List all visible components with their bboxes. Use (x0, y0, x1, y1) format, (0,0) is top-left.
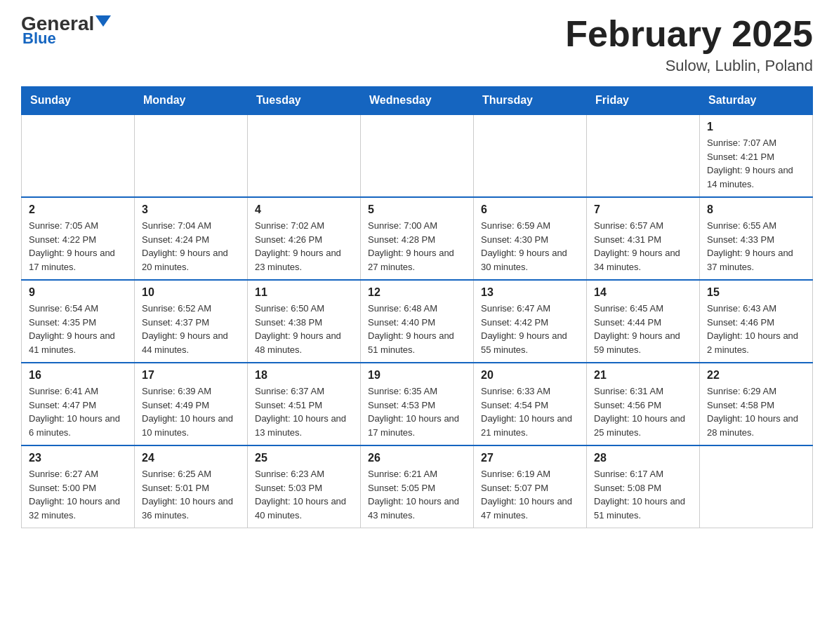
day-number: 12 (368, 286, 466, 299)
day-number: 2 (29, 203, 127, 216)
table-row: 8Sunrise: 6:55 AMSunset: 4:33 PMDaylight… (700, 197, 813, 280)
day-info: Sunrise: 7:05 AMSunset: 4:22 PMDaylight:… (29, 219, 127, 274)
month-title: February 2025 (565, 14, 813, 54)
table-row: 4Sunrise: 7:02 AMSunset: 4:26 PMDaylight… (248, 197, 361, 280)
day-number: 3 (142, 203, 240, 216)
day-info: Sunrise: 7:00 AMSunset: 4:28 PMDaylight:… (368, 219, 466, 274)
day-info: Sunrise: 6:48 AMSunset: 4:40 PMDaylight:… (368, 302, 466, 356)
table-row: 5Sunrise: 7:00 AMSunset: 4:28 PMDaylight… (361, 197, 474, 280)
table-row: 24Sunrise: 6:25 AMSunset: 5:01 PMDayligh… (135, 445, 248, 528)
svg-marker-0 (95, 15, 111, 27)
col-tuesday: Tuesday (248, 87, 361, 115)
day-number: 21 (594, 369, 692, 382)
day-number: 23 (29, 452, 127, 464)
col-friday: Friday (587, 87, 700, 115)
table-row: 15Sunrise: 6:43 AMSunset: 4:46 PMDayligh… (700, 280, 813, 363)
table-row (474, 114, 587, 197)
day-info: Sunrise: 6:17 AMSunset: 5:08 PMDaylight:… (594, 467, 692, 522)
day-number: 24 (142, 452, 240, 464)
title-section: February 2025 Sulow, Lublin, Poland (565, 14, 813, 75)
table-row: 11Sunrise: 6:50 AMSunset: 4:38 PMDayligh… (248, 280, 361, 363)
table-row: 3Sunrise: 7:04 AMSunset: 4:24 PMDaylight… (135, 197, 248, 280)
day-number: 26 (368, 452, 466, 464)
calendar-table: Sunday Monday Tuesday Wednesday Thursday… (21, 86, 813, 528)
table-row (361, 114, 474, 197)
day-number: 7 (594, 203, 692, 216)
col-monday: Monday (135, 87, 248, 115)
table-row: 25Sunrise: 6:23 AMSunset: 5:03 PMDayligh… (248, 445, 361, 528)
table-row: 6Sunrise: 6:59 AMSunset: 4:30 PMDaylight… (474, 197, 587, 280)
day-number: 13 (481, 286, 579, 299)
table-row: 28Sunrise: 6:17 AMSunset: 5:08 PMDayligh… (587, 445, 700, 528)
table-row: 19Sunrise: 6:35 AMSunset: 4:53 PMDayligh… (361, 363, 474, 445)
day-number: 20 (481, 369, 579, 382)
day-number: 1 (707, 121, 805, 133)
table-row: 18Sunrise: 6:37 AMSunset: 4:51 PMDayligh… (248, 363, 361, 445)
table-row: 14Sunrise: 6:45 AMSunset: 4:44 PMDayligh… (587, 280, 700, 363)
logo: General Blue (21, 14, 111, 48)
table-row: 12Sunrise: 6:48 AMSunset: 4:40 PMDayligh… (361, 280, 474, 363)
day-info: Sunrise: 6:43 AMSunset: 4:46 PMDaylight:… (707, 302, 805, 356)
calendar-week-row: 2Sunrise: 7:05 AMSunset: 4:22 PMDaylight… (22, 197, 813, 280)
col-thursday: Thursday (474, 87, 587, 115)
calendar-week-row: 9Sunrise: 6:54 AMSunset: 4:35 PMDaylight… (22, 280, 813, 363)
page-header: General Blue February 2025 Sulow, Lublin… (21, 14, 813, 75)
calendar-week-row: 16Sunrise: 6:41 AMSunset: 4:47 PMDayligh… (22, 363, 813, 445)
table-row: 27Sunrise: 6:19 AMSunset: 5:07 PMDayligh… (474, 445, 587, 528)
day-info: Sunrise: 6:57 AMSunset: 4:31 PMDaylight:… (594, 219, 692, 274)
day-info: Sunrise: 6:59 AMSunset: 4:30 PMDaylight:… (481, 219, 579, 274)
day-number: 11 (255, 286, 353, 299)
day-info: Sunrise: 6:31 AMSunset: 4:56 PMDaylight:… (594, 384, 692, 439)
day-info: Sunrise: 6:19 AMSunset: 5:07 PMDaylight:… (481, 467, 579, 522)
location-title: Sulow, Lublin, Poland (565, 57, 813, 75)
day-info: Sunrise: 6:37 AMSunset: 4:51 PMDaylight:… (255, 384, 353, 439)
day-number: 14 (594, 286, 692, 299)
day-number: 16 (29, 369, 127, 382)
day-info: Sunrise: 6:52 AMSunset: 4:37 PMDaylight:… (142, 302, 240, 356)
day-number: 5 (368, 203, 466, 216)
table-row: 22Sunrise: 6:29 AMSunset: 4:58 PMDayligh… (700, 363, 813, 445)
table-row: 2Sunrise: 7:05 AMSunset: 4:22 PMDaylight… (22, 197, 135, 280)
day-number: 8 (707, 203, 805, 216)
day-info: Sunrise: 7:04 AMSunset: 4:24 PMDaylight:… (142, 219, 240, 274)
table-row: 13Sunrise: 6:47 AMSunset: 4:42 PMDayligh… (474, 280, 587, 363)
table-row: 9Sunrise: 6:54 AMSunset: 4:35 PMDaylight… (22, 280, 135, 363)
table-row: 16Sunrise: 6:41 AMSunset: 4:47 PMDayligh… (22, 363, 135, 445)
day-info: Sunrise: 6:55 AMSunset: 4:33 PMDaylight:… (707, 219, 805, 274)
table-row: 10Sunrise: 6:52 AMSunset: 4:37 PMDayligh… (135, 280, 248, 363)
calendar-week-row: 23Sunrise: 6:27 AMSunset: 5:00 PMDayligh… (22, 445, 813, 528)
day-info: Sunrise: 6:54 AMSunset: 4:35 PMDaylight:… (29, 302, 127, 356)
table-row: 21Sunrise: 6:31 AMSunset: 4:56 PMDayligh… (587, 363, 700, 445)
calendar-header-row: Sunday Monday Tuesday Wednesday Thursday… (22, 87, 813, 115)
day-info: Sunrise: 6:45 AMSunset: 4:44 PMDaylight:… (594, 302, 692, 356)
day-info: Sunrise: 7:02 AMSunset: 4:26 PMDaylight:… (255, 219, 353, 274)
day-info: Sunrise: 6:50 AMSunset: 4:38 PMDaylight:… (255, 302, 353, 356)
table-row (135, 114, 248, 197)
table-row: 20Sunrise: 6:33 AMSunset: 4:54 PMDayligh… (474, 363, 587, 445)
table-row: 17Sunrise: 6:39 AMSunset: 4:49 PMDayligh… (135, 363, 248, 445)
table-row (587, 114, 700, 197)
day-info: Sunrise: 6:21 AMSunset: 5:05 PMDaylight:… (368, 467, 466, 522)
col-saturday: Saturday (700, 87, 813, 115)
table-row (700, 445, 813, 528)
day-info: Sunrise: 6:47 AMSunset: 4:42 PMDaylight:… (481, 302, 579, 356)
col-sunday: Sunday (22, 87, 135, 115)
day-number: 18 (255, 369, 353, 382)
day-number: 10 (142, 286, 240, 299)
day-number: 19 (368, 369, 466, 382)
table-row (22, 114, 135, 197)
table-row (248, 114, 361, 197)
calendar-week-row: 1Sunrise: 7:07 AMSunset: 4:21 PMDaylight… (22, 114, 813, 197)
day-info: Sunrise: 6:33 AMSunset: 4:54 PMDaylight:… (481, 384, 579, 439)
day-info: Sunrise: 6:29 AMSunset: 4:58 PMDaylight:… (707, 384, 805, 439)
day-number: 28 (594, 452, 692, 464)
table-row: 23Sunrise: 6:27 AMSunset: 5:00 PMDayligh… (22, 445, 135, 528)
day-info: Sunrise: 6:25 AMSunset: 5:01 PMDaylight:… (142, 467, 240, 522)
day-number: 15 (707, 286, 805, 299)
day-number: 4 (255, 203, 353, 216)
day-number: 22 (707, 369, 805, 382)
table-row: 26Sunrise: 6:21 AMSunset: 5:05 PMDayligh… (361, 445, 474, 528)
table-row: 1Sunrise: 7:07 AMSunset: 4:21 PMDaylight… (700, 114, 813, 197)
day-info: Sunrise: 7:07 AMSunset: 4:21 PMDaylight:… (707, 136, 805, 191)
day-number: 27 (481, 452, 579, 464)
